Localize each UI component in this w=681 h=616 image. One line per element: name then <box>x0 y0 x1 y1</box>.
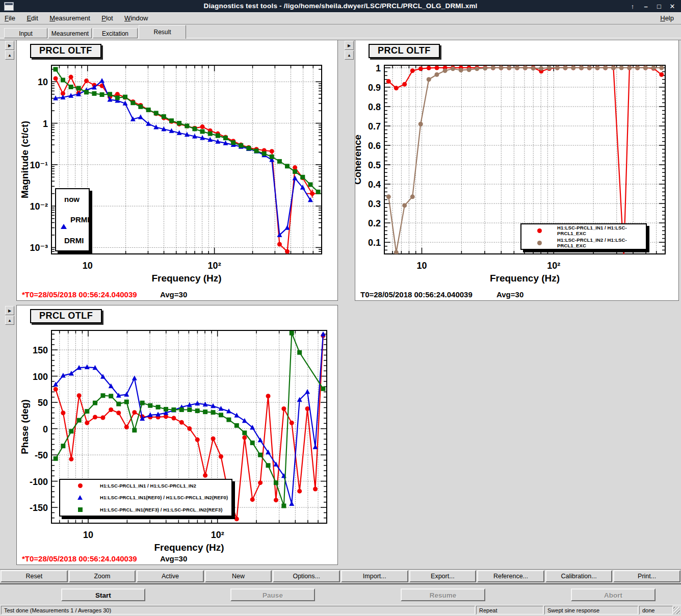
svg-text:0.5: 0.5 <box>368 160 381 170</box>
start-button[interactable]: Start <box>61 588 145 601</box>
svg-text:1: 1 <box>376 63 381 73</box>
svg-text:10⁻³: 10⁻³ <box>30 243 48 253</box>
tab-result[interactable]: Result <box>139 25 186 39</box>
coherence-chart[interactable]: 1010²10.90.80.70.60.50.40.30.20.1Frequen… <box>355 40 678 300</box>
title-bar[interactable]: Diagnostics test tools - /ligo/home/shei… <box>0 0 681 12</box>
svg-text:Phase (deg): Phase (deg) <box>19 399 30 454</box>
t0-timestamp: *T0=28/05/2018 00:56:24.040039 <box>22 290 137 299</box>
minimize-window-icon[interactable]: – <box>640 3 651 10</box>
legend: H1:LSC-PRCL1_IN1 / H1:LSC-PRCL1_EXCH1:LS… <box>520 223 647 250</box>
diagnostics-test-tools-window: Diagnostics test tools - /ligo/home/shei… <box>0 0 681 616</box>
svg-text:-150: -150 <box>30 503 48 513</box>
svg-text:0.2: 0.2 <box>368 218 381 228</box>
legend-entry: H1:LSC-PRCL_IN1(REF3) / H1:LSC-PRCL_IN2(… <box>60 507 231 512</box>
menu-help[interactable]: Help <box>655 12 679 22</box>
circle-marker-icon <box>537 241 542 245</box>
circle-marker-icon <box>537 228 542 233</box>
coherence-plot-panel: 1010²10.90.80.70.60.50.40.30.20.1Frequen… <box>355 40 679 301</box>
svg-text:10⁻¹: 10⁻¹ <box>30 160 48 170</box>
svg-text:0.1: 0.1 <box>368 238 381 248</box>
reference-button[interactable]: Reference... <box>477 570 544 582</box>
menu-measurement[interactable]: Measurement <box>45 12 95 24</box>
measurement-controls: Start Pause Resume Abort <box>0 585 681 604</box>
svg-text:0.8: 0.8 <box>368 102 381 112</box>
status-bar: Test done (Measurements 1 / Averages 30)… <box>0 605 681 615</box>
status-measurement-type: Swept sine response <box>544 606 638 614</box>
legend-label: PRMI <box>70 215 90 224</box>
status-repeat: Repeat <box>476 606 543 614</box>
new-button[interactable]: New <box>205 570 272 582</box>
pane2-up-icon[interactable]: ▲ <box>345 50 354 60</box>
svg-text:100: 100 <box>33 372 48 382</box>
status-message: Test done (Measurements 1 / Averages 30) <box>1 606 475 614</box>
export-button[interactable]: Export... <box>409 570 477 582</box>
svg-text:10: 10 <box>38 77 48 87</box>
menu-edit[interactable]: Edit <box>22 12 42 24</box>
tab-bar: Input Measurement Excitation Result <box>0 24 681 38</box>
svg-text:Frequency (Hz): Frequency (Hz) <box>490 273 560 284</box>
legend-label: now <box>64 195 80 203</box>
menu-bar: File Edit Measurement Plot Window Help <box>0 12 681 24</box>
pane3-next-icon[interactable]: ▶ <box>5 306 14 315</box>
svg-text:10²: 10² <box>211 530 224 540</box>
tab-input[interactable]: Input <box>4 28 47 38</box>
magnitude-chart[interactable]: 1010²10110⁻¹10⁻²10⁻³Frequency (Hz)Magnit… <box>17 40 337 300</box>
phase-plot-panel: 1010²150100500-50-100-150Frequency (Hz)P… <box>16 305 338 565</box>
svg-text:10: 10 <box>83 530 93 540</box>
resize-grip-icon[interactable] <box>673 607 680 614</box>
svg-text:10²: 10² <box>208 261 221 271</box>
svg-text:-100: -100 <box>30 477 48 487</box>
menu-window[interactable]: Window <box>120 12 152 24</box>
maximize-window-icon[interactable]: □ <box>653 3 665 10</box>
active-button[interactable]: Active <box>137 570 204 582</box>
svg-text:0.7: 0.7 <box>368 121 381 132</box>
pane3-up-icon[interactable]: ▲ <box>5 316 14 325</box>
svg-text:0: 0 <box>43 424 48 434</box>
legend-entry: H1:LSC-PRCL1_IN2 / H1:LSC-PRCL1_EXC <box>521 237 646 248</box>
legend-entry: H1:LSC-PRCL1_IN1 / H1:LSC-PRCL1_EXC <box>521 225 646 236</box>
svg-text:0.4: 0.4 <box>368 179 381 190</box>
tab-measurement[interactable]: Measurement <box>48 28 92 38</box>
t0-timestamp: *T0=28/05/2018 00:56:24.040039 <box>22 554 137 563</box>
zoom-button[interactable]: Zoom <box>69 570 136 582</box>
pane1-up-icon[interactable]: ▲ <box>5 50 14 60</box>
svg-text:-50: -50 <box>35 450 48 460</box>
triangle-marker-icon <box>77 495 83 500</box>
t0-timestamp: T0=28/05/2018 00:56:24.040039 <box>360 290 473 299</box>
svg-text:Frequency (Hz): Frequency (Hz) <box>154 542 224 553</box>
svg-text:10: 10 <box>83 261 93 271</box>
legend-entry: now <box>56 195 89 203</box>
legend-label: H1:LSC-PRCL1_IN1 / H1:LSC-PRCL1_EXC <box>557 225 646 236</box>
import-button[interactable]: Import... <box>341 570 408 582</box>
svg-text:150: 150 <box>33 345 48 355</box>
svg-text:10²: 10² <box>547 261 560 271</box>
circle-marker-icon <box>78 483 83 488</box>
resume-button[interactable]: Resume <box>401 588 485 601</box>
magnitude-plot-panel: 1010²10110⁻¹10⁻²10⁻³Frequency (Hz)Magnit… <box>16 40 338 301</box>
abort-button[interactable]: Abort <box>571 588 656 601</box>
svg-text:0.6: 0.6 <box>368 141 381 151</box>
averages-label: Avg=30 <box>160 554 187 563</box>
window-title: Diagnostics test tools - /ligo/home/shei… <box>0 2 681 10</box>
svg-text:10: 10 <box>416 261 427 271</box>
print-button[interactable]: Print... <box>613 570 680 582</box>
close-window-icon[interactable]: ✕ <box>667 3 678 10</box>
legend-label: H1:LSC-PRCL1_IN1(REF0) / H1:LSC-PRCL1_IN… <box>100 495 228 500</box>
menu-file[interactable]: File <box>0 12 20 24</box>
calibration-button[interactable]: Calibration... <box>545 570 613 582</box>
pane2-next-icon[interactable]: ▶ <box>345 41 354 50</box>
legend-entry: PRMI <box>56 215 89 224</box>
tab-excitation[interactable]: Excitation <box>93 28 138 38</box>
phase-chart[interactable]: 1010²150100500-50-100-150Frequency (Hz)P… <box>17 305 337 564</box>
result-plots-area: ▶ ▲ ▶ ▲ ▶ ▲ 1010²10110⁻¹10⁻²10⁻³Frequenc… <box>0 39 681 569</box>
menu-plot[interactable]: Plot <box>97 12 117 24</box>
svg-text:50: 50 <box>38 398 48 408</box>
svg-text:Frequency (Hz): Frequency (Hz) <box>151 273 221 284</box>
options-button[interactable]: Options... <box>273 570 340 582</box>
legend-entry: H1:LSC-PRCL1_IN1 / H1:LSC-PRCL1_IN2 <box>60 483 231 489</box>
pane1-next-icon[interactable]: ▶ <box>5 41 14 50</box>
pause-button[interactable]: Pause <box>230 588 315 601</box>
reset-button[interactable]: Reset <box>1 570 68 582</box>
shade-window-icon[interactable]: ↑ <box>627 3 638 10</box>
legend-label: H1:LSC-PRCL1_IN1 / H1:LSC-PRCL1_IN2 <box>100 483 196 489</box>
